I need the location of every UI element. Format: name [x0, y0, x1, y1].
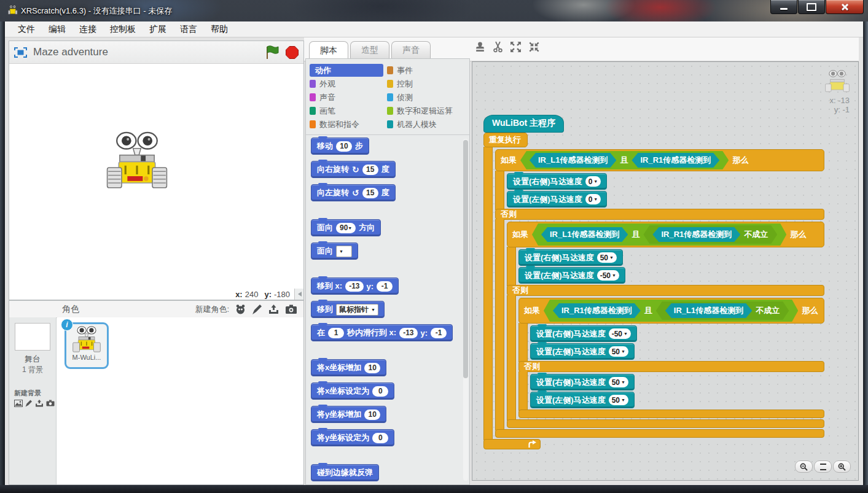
goto-xy-block[interactable]: 移到 x: -13 y: -1: [311, 278, 399, 295]
glide-block[interactable]: 在 1 秒内滑行到 x: -13 y: -1: [311, 324, 453, 341]
and-block[interactable]: IR_L1传感器检测到 且 IR_R1传感器检测到 不成立: [532, 223, 786, 246]
direction-dropdown[interactable]: 90▼: [336, 223, 356, 233]
degrees-input[interactable]: 15: [362, 188, 378, 198]
if-else-block-3[interactable]: 如果 IR_R1传感器检测到 且 IR_L1传感器检测到: [518, 298, 824, 418]
category-looks[interactable]: 外观: [310, 77, 387, 90]
speed-dropdown[interactable]: -50▼: [609, 328, 631, 339]
speed-dropdown[interactable]: 50▼: [597, 252, 617, 263]
category-data[interactable]: 数据和指令: [310, 118, 387, 131]
category-events[interactable]: 事件: [387, 64, 467, 77]
close-button[interactable]: [826, 0, 864, 14]
set-left-motor-block[interactable]: 设置(左侧)马达速度 50▼: [530, 392, 635, 408]
duplicate-stamp-icon[interactable]: [474, 41, 486, 53]
wulibot-sprite-image[interactable]: [106, 130, 168, 192]
bounce-on-edge-block[interactable]: 碰到边缘就反弹: [311, 464, 379, 481]
turn-left-block[interactable]: 向左旋转 ↺ 15 度: [311, 184, 396, 201]
move-steps-block[interactable]: 移动 10 步: [311, 138, 369, 155]
tab-scripts[interactable]: 脚本: [309, 41, 348, 60]
category-sound[interactable]: 声音: [310, 91, 387, 104]
target-dropdown[interactable]: ▼: [336, 246, 352, 257]
if-else-block-1[interactable]: 如果 IR_L1传感器检测到 且 IR_R1传感器检测到 那么: [495, 149, 824, 438]
minimize-button[interactable]: [770, 0, 797, 14]
upload-sprite-icon[interactable]: [268, 304, 280, 315]
maximize-button[interactable]: [798, 0, 825, 14]
sprite-library-icon[interactable]: [235, 304, 246, 315]
if-header-1[interactable]: 如果 IR_L1传感器检测到 且 IR_R1传感器检测到 那么: [495, 149, 824, 171]
grow-sprite-icon[interactable]: [510, 41, 522, 53]
set-right-motor-block[interactable]: 设置(右侧)马达速度 50▼: [530, 374, 635, 390]
sensor-r1-block[interactable]: IR_R1传感器检测到: [631, 153, 719, 168]
if-header-3[interactable]: 如果 IR_R1传感器检测到 且 IR_L1传感器检测到: [518, 298, 824, 324]
category-operators[interactable]: 数字和逻辑运算: [387, 104, 467, 117]
fullscreen-icon[interactable]: [14, 47, 27, 58]
cut-scissors-icon[interactable]: [493, 41, 503, 53]
speed-dropdown[interactable]: 50▼: [609, 395, 628, 405]
set-x-block[interactable]: 将x坐标设定为 0: [311, 382, 394, 400]
shrink-sprite-icon[interactable]: [528, 41, 540, 53]
sensor-l1-block[interactable]: IR_L1传感器检测到: [541, 227, 628, 242]
category-sensing[interactable]: 侦测: [387, 91, 467, 104]
camera-icon[interactable]: [285, 304, 297, 314]
menu-extensions[interactable]: 扩展: [143, 22, 173, 37]
set-y-block[interactable]: 将y坐标设定为 0: [311, 429, 394, 446]
value-input[interactable]: 0: [372, 433, 388, 443]
x-input[interactable]: -13: [399, 328, 417, 338]
forever-block[interactable]: 重复执行 如果 IR_L1传感器检测到 且 IR_R1传感器检测到: [483, 133, 824, 449]
forever-header[interactable]: 重复执行: [483, 133, 528, 147]
speed-dropdown[interactable]: -50▼: [597, 270, 619, 281]
y-input[interactable]: -1: [377, 281, 393, 292]
sensor-r1-block[interactable]: IR_R1传感器检测到: [652, 227, 740, 242]
speed-dropdown[interactable]: 50▼: [609, 377, 628, 387]
menu-board[interactable]: 控制板: [103, 22, 143, 37]
if-header-2[interactable]: 如果 IR_L1传感器检测到 且 IR_R1传感器检测到 不成立: [507, 222, 824, 247]
stop-icon[interactable]: [286, 46, 299, 59]
turn-right-block[interactable]: 向右旋转 ↻ 15 度: [311, 161, 396, 178]
else-bar-3[interactable]: 否则: [518, 361, 824, 372]
not-block[interactable]: IR_L1传感器检测到 不成立: [656, 301, 789, 320]
steps-input[interactable]: 10: [336, 141, 352, 152]
tab-costumes[interactable]: 造型: [350, 41, 389, 58]
upload-backdrop-icon[interactable]: [35, 400, 44, 407]
menu-file[interactable]: 文件: [11, 22, 42, 37]
category-pen[interactable]: 画笔: [310, 104, 387, 117]
else-bar-2[interactable]: 否则: [507, 285, 824, 296]
green-flag-icon[interactable]: [265, 45, 280, 60]
speed-dropdown[interactable]: 50▼: [609, 346, 628, 357]
seconds-input[interactable]: 1: [328, 328, 344, 338]
y-input[interactable]: -1: [431, 328, 447, 338]
script-stack[interactable]: WuLiBot 主程序 重复执行 如果 IR_L1传感器检测到 且 IR_R1传…: [483, 115, 824, 449]
set-right-motor-block[interactable]: 设置(右侧)马达速度 -50▼: [530, 325, 637, 342]
scrollbar-thumb[interactable]: [463, 140, 468, 378]
menu-language[interactable]: 语言: [173, 22, 204, 37]
menu-edit[interactable]: 编辑: [42, 22, 72, 37]
tab-sounds[interactable]: 声音: [391, 41, 431, 58]
wulibot-main-hat-block[interactable]: WuLiBot 主程序: [483, 115, 564, 133]
value-input[interactable]: 10: [364, 363, 380, 373]
title-bar[interactable]: XRScratch(v1.6.3) - 没有连接串口 - 未保存: [0, 0, 868, 21]
zoom-out-button[interactable]: [795, 460, 813, 473]
sensor-l1-block[interactable]: IR_L1传感器检测到: [665, 303, 752, 318]
category-robot[interactable]: 机器人模块: [387, 118, 467, 131]
degrees-input[interactable]: 15: [362, 165, 378, 175]
stage-thumbnail[interactable]: [15, 323, 50, 351]
category-motion[interactable]: 动作: [310, 64, 383, 77]
camera-backdrop-icon[interactable]: [46, 400, 55, 406]
sensor-r1-block[interactable]: IR_R1传感器检测到: [553, 303, 641, 318]
change-x-block[interactable]: 将x坐标增加 10: [311, 359, 386, 376]
collapse-stage-button[interactable]: [294, 289, 303, 300]
project-title[interactable]: Maze adventure: [33, 46, 265, 58]
and-block[interactable]: IR_R1传感器检测到 且 IR_L1传感器检测到 不成立: [544, 300, 798, 322]
point-direction-block[interactable]: 面向 90▼ 方向: [311, 219, 381, 236]
goto-mouse-block[interactable]: 移到 鼠标指针▼: [311, 301, 385, 318]
menu-help[interactable]: 帮助: [204, 22, 235, 37]
scripts-canvas[interactable]: x: -13 y: -1 WuLiBot 主程序 重复执行 如果 IR_L1传感…: [472, 61, 859, 481]
palette-scrollbar[interactable]: [463, 139, 468, 481]
value-input[interactable]: 10: [364, 410, 380, 420]
change-y-block[interactable]: 将y坐标增加 10: [311, 406, 386, 423]
stage-canvas[interactable]: [9, 64, 303, 289]
category-control[interactable]: 控制: [387, 77, 467, 90]
sprite-card-wulibot[interactable]: i M-WuLi...: [65, 322, 109, 369]
info-icon[interactable]: i: [61, 319, 73, 331]
zoom-reset-button[interactable]: [814, 460, 832, 473]
value-input[interactable]: 0: [372, 386, 388, 397]
